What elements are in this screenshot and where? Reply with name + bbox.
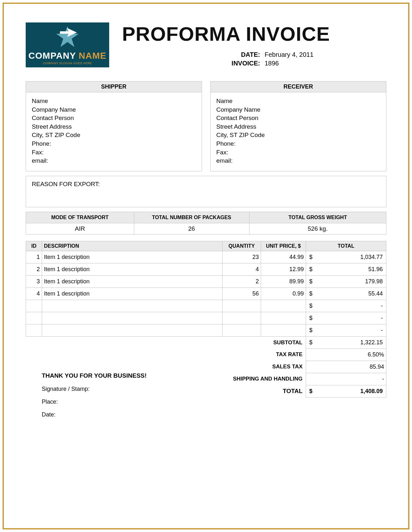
signature-label: Signature / Stamp: — [42, 386, 90, 392]
place-label: Place: — [42, 399, 58, 405]
logo-slogan: COMPANY SLOGAN GOES HERE — [43, 62, 92, 65]
logo-company-name: COMPANY NAME — [29, 51, 107, 61]
arrow-star-icon — [55, 25, 80, 49]
date-footer-label: Date: — [42, 411, 56, 418]
company-logo: COMPANY NAME COMPANY SLOGAN GOES HERE — [26, 22, 109, 67]
thanks-message: THANK YOU FOR YOUR BUSINESS! — [42, 372, 147, 379]
